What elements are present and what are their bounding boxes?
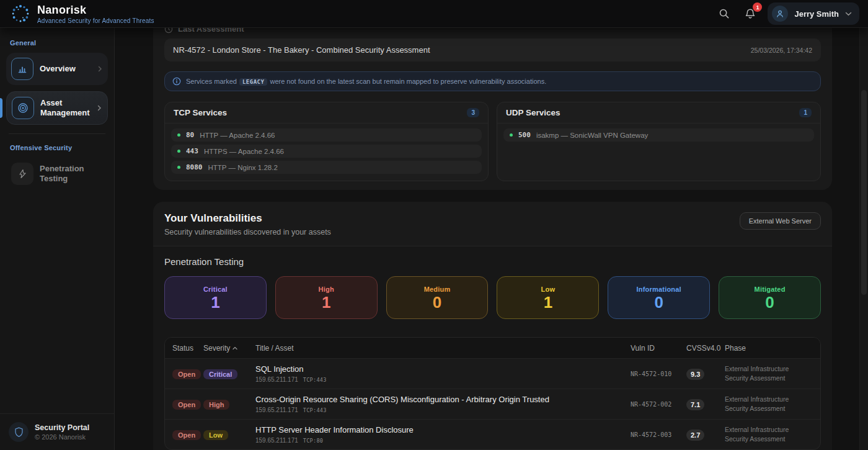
vulnerabilities-table: Status Severity Title / Asset Vuln ID CV… xyxy=(164,337,821,450)
status-badge: Open xyxy=(172,400,201,410)
column-severity-sort[interactable]: Severity xyxy=(203,344,255,353)
vuln-title: Cross-Origin Resource Sharing (CORS) Mis… xyxy=(255,395,631,404)
nanorisk-logo[interactable] xyxy=(9,2,32,25)
legacy-badge: LEGACY xyxy=(239,78,268,86)
chevron-right-icon xyxy=(96,105,102,111)
footer-copyright: © 2026 Nanorisk xyxy=(35,433,89,441)
app-header: Nanorisk Advanced Security for Advanced … xyxy=(0,0,868,28)
service-desc: isakmp — SonicWall VPN Gateway xyxy=(536,132,648,139)
scrollbar-thumb[interactable] xyxy=(861,90,867,295)
tcp-services-card: TCP Services 3 80 HTTP — Apache 2.4.66 4… xyxy=(164,102,489,181)
severity-summary: Critical 1 High 1 Medium 0 Low 1 xyxy=(164,276,821,319)
vuln-phase: External Infrastructure Security Assessm… xyxy=(725,425,813,444)
legacy-notice-text: Services markedLEGACYwere not found on t… xyxy=(186,78,546,86)
status-badge: Open xyxy=(172,430,201,440)
sidebar-section-offensive-security: Offensive Security xyxy=(10,144,108,151)
status-dot xyxy=(177,150,180,153)
vulnerabilities-panel: Your Vulnerabilities Security vulnerabil… xyxy=(153,202,832,450)
user-menu[interactable]: Jerry Smith xyxy=(768,2,859,25)
notification-bell-icon[interactable]: 1 xyxy=(742,5,759,22)
user-avatar-icon xyxy=(772,6,788,22)
active-indicator xyxy=(0,98,2,118)
assessment-card[interactable]: NR-4572 - London Store - The Bakery - Co… xyxy=(164,38,821,61)
user-name: Jerry Smith xyxy=(794,9,839,19)
lightning-icon xyxy=(11,163,33,185)
vulnerabilities-title: Your Vulnerabilities xyxy=(164,212,331,225)
legacy-notice-banner: Services markedLEGACYwere not found on t… xyxy=(164,71,821,91)
cvss-score: 2.7 xyxy=(686,430,704,441)
severity-card-high: High 1 xyxy=(275,276,378,319)
column-phase: Phase xyxy=(725,344,813,353)
sort-asc-icon xyxy=(232,346,237,350)
service-row: 8080 HTTP — Nginx 1.28.2 xyxy=(171,161,482,174)
footer-title: Security Portal xyxy=(35,423,89,432)
service-desc: HTTP — Nginx 1.28.2 xyxy=(208,164,278,171)
table-header-row: Status Severity Title / Asset Vuln ID CV… xyxy=(165,338,820,358)
severity-card-low: Low 1 xyxy=(497,276,599,319)
brand-name: Nanorisk xyxy=(37,4,154,17)
severity-card-medium: Medium 0 xyxy=(386,276,489,319)
service-row: 80 HTTP — Apache 2.4.66 xyxy=(171,128,482,142)
vuln-port: TCP:443 xyxy=(303,407,327,413)
shield-icon xyxy=(9,422,29,442)
vuln-asset: 159.65.211.171 xyxy=(255,376,298,383)
sidebar: General Overview Asset Management Offens… xyxy=(0,28,115,450)
scrollbar-track[interactable] xyxy=(859,28,868,450)
status-dot xyxy=(510,133,513,137)
status-badge: Open xyxy=(172,369,201,379)
vuln-asset: 159.65.211.171 xyxy=(255,437,298,444)
penetration-testing-heading: Penetration Testing xyxy=(164,256,821,267)
vuln-phase: External Infrastructure Security Assessm… xyxy=(725,364,813,383)
service-row: 443 HTTPS — Apache 2.4.66 xyxy=(171,145,482,158)
status-dot xyxy=(177,133,180,137)
vuln-title: HTTP Server Header Information Disclosur… xyxy=(255,425,631,434)
tcp-services-title: TCP Services xyxy=(174,108,227,117)
vuln-id: NR-4572-002 xyxy=(631,401,686,408)
severity-card-informational: Informational 0 xyxy=(608,276,710,319)
table-row[interactable]: Open High Cross-Origin Resource Sharing … xyxy=(165,389,820,419)
severity-badge: High xyxy=(203,400,229,410)
vuln-port: TCP:80 xyxy=(303,438,324,444)
column-cvss: CVSSv4.0 xyxy=(686,344,725,353)
target-icon xyxy=(12,97,34,119)
service-port: 80 xyxy=(186,131,194,139)
service-desc: HTTP — Apache 2.4.66 xyxy=(200,132,275,139)
vuln-title: SQL Injection xyxy=(255,364,631,374)
tcp-services-count-badge: 3 xyxy=(467,108,479,117)
search-icon[interactable] xyxy=(715,5,733,22)
bar-chart-icon xyxy=(11,58,33,80)
vuln-id: NR-4572-010 xyxy=(631,371,686,377)
cvss-score: 7.1 xyxy=(686,399,704,410)
chevron-right-icon xyxy=(97,66,103,72)
sidebar-item-asset-management[interactable]: Asset Management xyxy=(6,91,108,125)
service-port: 8080 xyxy=(186,163,203,171)
sidebar-item-overview[interactable]: Overview xyxy=(6,53,108,85)
severity-card-mitigated: Mitigated 0 xyxy=(719,276,821,319)
brand-tagline: Advanced Security for Advanced Threats xyxy=(37,17,154,24)
assessment-timestamp: 25/03/2026, 17:34:42 xyxy=(751,47,812,54)
table-row[interactable]: Open Low HTTP Server Header Information … xyxy=(165,419,820,449)
column-title-asset: Title / Asset xyxy=(255,344,631,353)
external-web-server-button[interactable]: External Web Server xyxy=(740,212,821,230)
udp-services-title: UDP Services xyxy=(506,108,560,117)
notification-count-badge: 1 xyxy=(753,2,762,12)
udp-services-card: UDP Services 1 500 isakmp — SonicWall VP… xyxy=(497,102,821,181)
service-port: 500 xyxy=(518,131,531,139)
info-icon xyxy=(172,77,181,86)
service-desc: HTTPS — Apache 2.4.66 xyxy=(204,148,284,155)
column-status: Status xyxy=(172,344,203,353)
vuln-asset: 159.65.211.171 xyxy=(255,407,298,413)
sidebar-item-penetration-testing[interactable]: Penetration Testing xyxy=(6,158,108,190)
column-vuln-id: Vuln ID xyxy=(631,344,686,353)
cvss-score: 9.3 xyxy=(686,369,704,380)
vuln-port: TCP:443 xyxy=(303,377,327,383)
service-row: 500 isakmp — SonicWall VPN Gateway xyxy=(503,128,814,142)
service-port: 443 xyxy=(186,147,198,155)
vulnerabilities-subtitle: Security vulnerabilities discovered in y… xyxy=(164,228,331,236)
vuln-phase: External Infrastructure Security Assessm… xyxy=(725,395,813,413)
sidebar-footer: Security Portal © 2026 Nanorisk xyxy=(0,413,114,450)
severity-badge: Critical xyxy=(203,369,237,379)
sidebar-section-general: General xyxy=(10,39,108,47)
table-row[interactable]: Open Critical SQL Injection 159.65.211.1… xyxy=(165,358,820,389)
vuln-id: NR-4572-003 xyxy=(631,431,686,438)
